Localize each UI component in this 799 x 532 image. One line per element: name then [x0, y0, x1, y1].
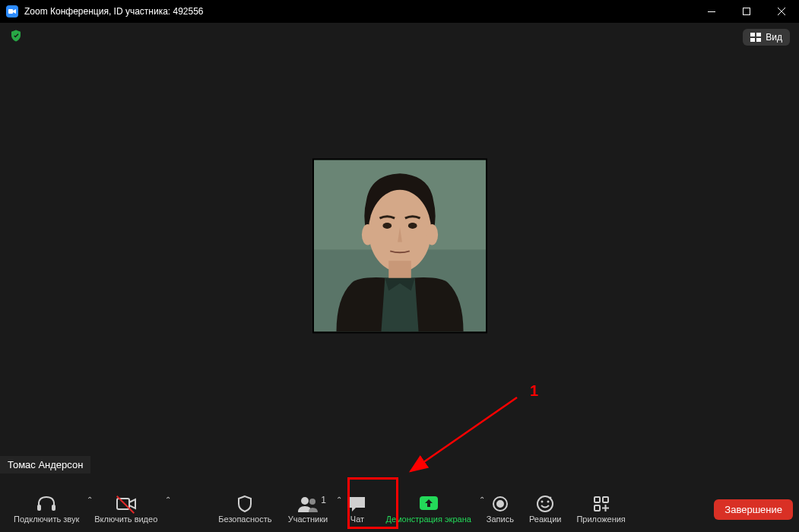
reactions-label: Реакции: [529, 515, 562, 524]
apps-button[interactable]: Приложения: [569, 489, 633, 529]
svg-rect-26: [594, 497, 600, 502]
view-button[interactable]: Вид: [743, 29, 790, 46]
svg-rect-16: [52, 505, 55, 511]
audio-label: Подключить звук: [14, 515, 79, 524]
svg-rect-0: [8, 9, 13, 14]
titlebar: Zoom Конференция, ID участника: 492556: [0, 0, 799, 23]
svg-point-11: [361, 224, 373, 245]
window-title: Zoom Конференция, ID участника: 492556: [24, 6, 204, 17]
svg-rect-28: [594, 505, 600, 511]
maximize-button[interactable]: [729, 0, 764, 23]
window-controls: [694, 0, 799, 23]
grid-icon: [750, 33, 761, 42]
svg-rect-27: [603, 497, 608, 502]
video-button[interactable]: Включить видео ⌃: [87, 489, 165, 529]
svg-point-13: [382, 223, 392, 229]
view-label: Вид: [766, 32, 782, 43]
share-label: Демонстрация экрана: [385, 515, 471, 524]
chat-button[interactable]: Чат: [336, 489, 378, 529]
security-label: Безопасность: [218, 515, 271, 524]
participants-icon: [297, 496, 319, 512]
participant-avatar: [312, 159, 487, 334]
svg-point-19: [309, 499, 315, 505]
shield-icon: [9, 29, 23, 43]
avatar-image: [314, 160, 486, 332]
svg-rect-6: [756, 38, 761, 42]
svg-rect-15: [37, 505, 41, 511]
audio-button[interactable]: Подключить звук ⌃: [6, 489, 87, 529]
participant-name-label: Томас Андерсон: [0, 456, 90, 473]
reactions-icon: [536, 495, 554, 513]
svg-rect-4: [756, 33, 761, 36]
share-icon: [419, 496, 439, 512]
encryption-badge[interactable]: [9, 29, 23, 46]
chevron-up-icon[interactable]: ⌃: [165, 496, 171, 504]
end-meeting-button[interactable]: Завершение: [714, 499, 793, 520]
participants-label: Участники: [288, 515, 328, 524]
participants-count: 1: [321, 495, 326, 505]
security-button[interactable]: Безопасность: [211, 489, 279, 529]
svg-point-18: [301, 497, 309, 505]
titlebar-left: Zoom Конференция, ID участника: 492556: [6, 5, 204, 17]
security-shield-icon: [236, 495, 253, 513]
video-label: Включить видео: [94, 515, 157, 524]
svg-point-22: [497, 501, 503, 507]
apps-icon: [593, 496, 610, 512]
svg-rect-3: [750, 33, 755, 36]
record-button[interactable]: Запись: [479, 489, 522, 529]
meeting-content: Вид: [0, 23, 799, 486]
svg-rect-1: [708, 11, 715, 12]
reactions-button[interactable]: Реакции: [522, 489, 569, 529]
svg-point-12: [426, 224, 438, 245]
svg-point-24: [541, 501, 544, 503]
chat-label: Чат: [350, 515, 364, 524]
end-label: Завершение: [724, 504, 782, 515]
svg-rect-5: [750, 38, 755, 42]
chat-icon: [348, 496, 366, 512]
svg-point-25: [547, 501, 550, 503]
participants-button[interactable]: 1 Участники ⌃: [279, 489, 336, 529]
zoom-app-icon: [6, 5, 18, 17]
close-button[interactable]: [764, 0, 799, 23]
minimize-button[interactable]: [694, 0, 729, 23]
svg-point-14: [407, 223, 417, 229]
record-icon: [492, 496, 509, 512]
record-label: Запись: [487, 515, 514, 524]
apps-label: Приложения: [576, 515, 625, 524]
meeting-toolbar: Подключить звук ⌃ Включить видео ⌃ Безоп…: [0, 486, 799, 532]
share-screen-button[interactable]: Демонстрация экрана ⌃: [378, 489, 478, 529]
svg-rect-2: [744, 8, 750, 15]
headphones-icon: [36, 495, 56, 513]
